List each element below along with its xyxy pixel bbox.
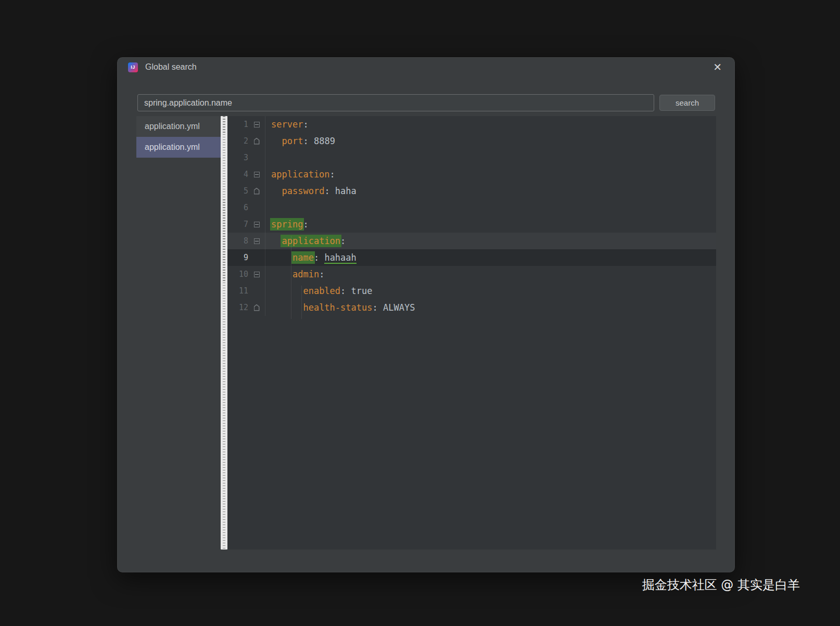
search-input[interactable] [137,94,654,111]
fold-start-icon[interactable] [254,122,260,127]
code-text: server: [265,116,716,133]
editor-line[interactable]: 8 application: [227,233,716,249]
fold-gutter [248,233,265,249]
editor-line[interactable]: 12 health-status: ALWAYS [227,299,716,316]
indent-guide [291,236,291,319]
file-list: application.ymlapplication.yml [136,116,221,550]
line-number: 7 [232,216,248,233]
fold-gutter [248,183,265,199]
dialog-titlebar[interactable]: IJ Global search ✕ [118,58,734,76]
line-number: 12 [232,299,248,316]
line-number: 2 [232,133,248,149]
search-button[interactable]: search [659,95,715,111]
editor-line[interactable]: 9 name: hahaah [227,249,716,266]
code-text: admin: [265,266,716,283]
line-number: 10 [232,266,248,283]
editor-line[interactable]: 1server: [227,116,716,133]
fold-gutter [248,166,265,183]
file-list-scrollbar[interactable] [221,116,227,550]
code-text [265,149,716,166]
fold-gutter [248,283,265,299]
editor-line[interactable]: 4application: [227,166,716,183]
code-text: password: haha [265,183,716,199]
intellij-logo-icon: IJ [128,62,138,72]
fold-start-icon[interactable] [254,172,260,177]
code-text [265,199,716,216]
fold-start-icon[interactable] [254,272,260,277]
fold-gutter [248,199,265,216]
line-number: 9 [232,249,248,266]
dialog-title: Global search [145,62,197,72]
code-text: health-status: ALWAYS [265,299,716,316]
line-number: 11 [232,283,248,299]
fold-gutter [248,133,265,149]
fold-start-icon[interactable] [254,222,260,227]
fold-end-icon[interactable] [254,188,260,195]
line-number: 4 [232,166,248,183]
editor-line[interactable]: 2 port: 8889 [227,133,716,149]
editor-line[interactable]: 11 enabled: true [227,283,716,299]
fold-end-icon[interactable] [254,138,260,145]
code-lines: 1server:2 port: 888934application:5 pass… [227,116,716,316]
file-list-item[interactable]: application.yml [136,116,221,137]
global-search-dialog: IJ Global search ✕ search application.ym… [117,57,735,572]
line-number: 8 [232,233,248,249]
line-number: 6 [232,199,248,216]
editor-line[interactable]: 5 password: haha [227,183,716,199]
code-text: application: [265,233,716,249]
code-text: port: 8889 [265,133,716,149]
code-text: name: hahaah [265,249,716,266]
close-icon[interactable]: ✕ [711,61,724,73]
editor-line[interactable]: 3 [227,149,716,166]
fold-start-icon[interactable] [254,238,260,244]
fold-gutter [248,216,265,233]
line-number: 1 [232,116,248,133]
dialog-content: application.ymlapplication.yml 1server:2… [136,116,716,550]
line-number: 3 [232,149,248,166]
code-text: application: [265,166,716,183]
editor-line[interactable]: 10 admin: [227,266,716,283]
search-bar: search [118,76,734,111]
indent-guide [301,286,302,319]
file-list-item[interactable]: application.yml [136,137,221,158]
fold-gutter [248,116,265,133]
watermark: 掘金技术社区 @ 其实是白羊 [642,577,800,593]
fold-end-icon[interactable] [254,304,260,311]
editor-line[interactable]: 6 [227,199,716,216]
editor-line[interactable]: 7spring: [227,216,716,233]
code-text: enabled: true [265,283,716,299]
code-editor[interactable]: 1server:2 port: 888934application:5 pass… [227,116,716,550]
fold-gutter [248,266,265,283]
fold-gutter [248,249,265,266]
fold-gutter [248,149,265,166]
fold-gutter [248,299,265,316]
line-number: 5 [232,183,248,199]
code-text: spring: [265,216,716,233]
